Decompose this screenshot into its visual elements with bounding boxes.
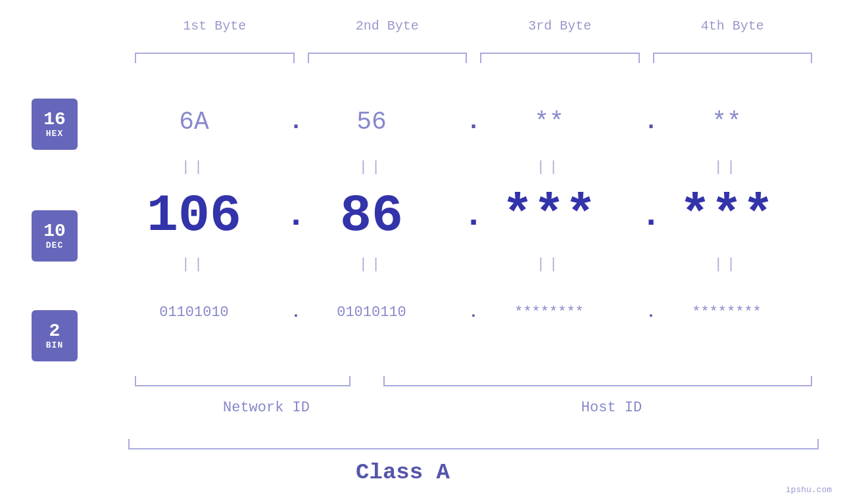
equals-row-1: || || || || xyxy=(128,154,819,180)
hex-sep1: . xyxy=(286,108,306,135)
column-headers: 1st Byte 2nd Byte 3rd Byte 4th Byte xyxy=(128,18,819,34)
dec-sep2: . xyxy=(464,196,483,235)
dec-b2: 86 xyxy=(306,186,437,246)
eq2-b2: || xyxy=(306,256,437,273)
badge-bin-base: BIN xyxy=(46,340,63,350)
hex-b4: ** xyxy=(661,108,792,136)
section-labels: Network ID Host ID xyxy=(128,400,819,416)
dec-b4: *** xyxy=(661,186,792,246)
bin-b4: ******** xyxy=(661,304,792,321)
bin-sep3: . xyxy=(641,304,661,321)
bottom-brackets xyxy=(128,376,819,386)
dec-sep3: . xyxy=(641,196,661,235)
bin-b1: 01101010 xyxy=(128,304,260,321)
hex-b3: ** xyxy=(483,108,615,136)
eq2-b1: || xyxy=(128,256,260,273)
network-bracket xyxy=(135,376,350,386)
badge-dec: 10 DEC xyxy=(32,210,78,262)
eq1-b4: || xyxy=(661,159,792,175)
badge-hex-num: 16 xyxy=(43,110,66,129)
badge-hex: 16 HEX xyxy=(32,99,78,150)
bin-sep2: . xyxy=(464,304,483,321)
header-byte3: 3rd Byte xyxy=(494,18,625,34)
eq2-b4: || xyxy=(661,256,792,273)
dec-b3: *** xyxy=(483,186,615,246)
class-a-label: Class A xyxy=(0,460,806,485)
eq1-b3: || xyxy=(483,159,615,175)
hex-b1: 6A xyxy=(128,108,260,136)
watermark: ipshu.com xyxy=(786,485,832,495)
hex-b2: 56 xyxy=(306,108,437,136)
badge-dec-num: 10 xyxy=(43,222,66,241)
bin-sep1: . xyxy=(286,304,306,321)
header-byte4: 4th Byte xyxy=(667,18,798,34)
dec-b1: 106 xyxy=(128,186,260,246)
host-bracket xyxy=(383,376,812,386)
eq1-b2: || xyxy=(306,159,437,175)
host-id-label: Host ID xyxy=(404,400,819,416)
rows-area: 6A . 56 . ** . ** || || || || 106 . 86 .… xyxy=(128,66,819,342)
hex-sep2: . xyxy=(464,108,483,135)
top-bracket-b4 xyxy=(653,53,813,63)
outer-bracket xyxy=(128,439,819,449)
badge-bin: 2 BIN xyxy=(32,310,78,361)
header-byte2: 2nd Byte xyxy=(322,18,453,34)
equals-row-2: || || || || xyxy=(128,251,819,277)
page: 1st Byte 2nd Byte 3rd Byte 4th Byte 16 H… xyxy=(0,0,845,504)
top-bracket-b2 xyxy=(308,53,468,63)
dec-row: 106 . 86 . *** . *** xyxy=(128,183,819,248)
header-byte1: 1st Byte xyxy=(149,18,280,34)
hex-row: 6A . 56 . ** . ** xyxy=(128,92,819,151)
hex-sep3: . xyxy=(641,108,661,135)
top-bracket-b1 xyxy=(135,53,295,63)
badge-dec-base: DEC xyxy=(46,241,63,250)
bin-b2: 01010110 xyxy=(306,304,437,321)
eq1-b1: || xyxy=(128,159,260,175)
eq2-b3: || xyxy=(483,256,615,273)
top-bracket xyxy=(128,53,819,63)
bin-row: 01101010 . 01010110 . ******** . *******… xyxy=(128,283,819,342)
badge-hex-base: HEX xyxy=(46,129,63,139)
badge-bin-num: 2 xyxy=(49,322,60,340)
bin-b3: ******** xyxy=(483,304,615,321)
dec-sep1: . xyxy=(286,196,306,235)
network-id-label: Network ID xyxy=(128,400,404,416)
top-bracket-b3 xyxy=(480,53,640,63)
